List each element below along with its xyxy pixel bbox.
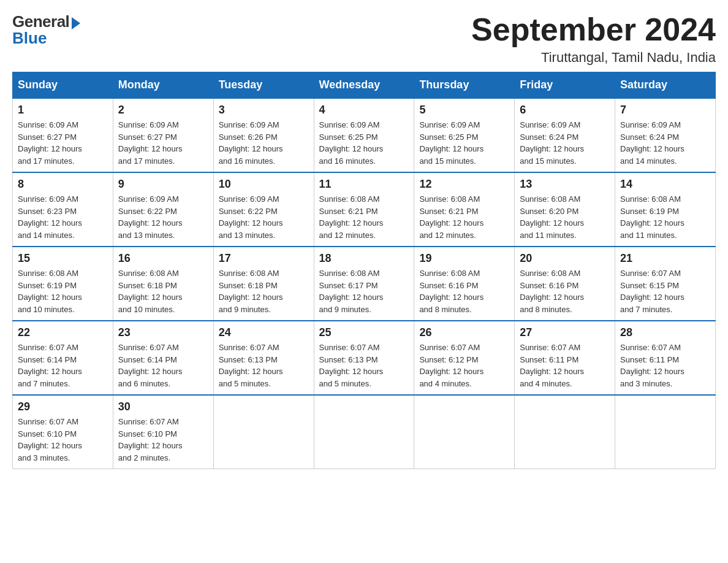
logo-blue-text: Blue [12,29,47,48]
calendar-day-cell [515,395,615,469]
day-number: 26 [419,326,509,339]
calendar-day-cell: 18Sunrise: 6:08 AMSunset: 6:17 PMDayligh… [314,247,414,321]
calendar-day-cell: 15Sunrise: 6:08 AMSunset: 6:19 PMDayligh… [13,247,113,321]
day-info: Sunrise: 6:08 AMSunset: 6:16 PMDaylight:… [419,267,509,315]
day-info: Sunrise: 6:08 AMSunset: 6:21 PMDaylight:… [419,193,509,241]
weekday-header-monday: Monday [113,72,213,99]
day-number: 10 [219,178,309,191]
day-info: Sunrise: 6:09 AMSunset: 6:23 PMDaylight:… [18,193,108,241]
calendar-day-cell: 4Sunrise: 6:09 AMSunset: 6:25 PMDaylight… [314,98,414,172]
day-number: 14 [620,178,710,191]
day-info: Sunrise: 6:07 AMSunset: 6:12 PMDaylight:… [419,342,509,389]
weekday-header-sunday: Sunday [13,72,113,99]
day-number: 21 [620,252,710,265]
day-info: Sunrise: 6:07 AMSunset: 6:15 PMDaylight:… [620,267,710,315]
day-number: 30 [118,400,208,413]
calendar-day-cell [314,395,414,469]
day-info: Sunrise: 6:07 AMSunset: 6:11 PMDaylight:… [620,342,710,389]
day-info: Sunrise: 6:09 AMSunset: 6:22 PMDaylight:… [118,193,208,241]
logo-arrow-icon [72,17,80,29]
day-info: Sunrise: 6:09 AMSunset: 6:27 PMDaylight:… [18,119,108,167]
day-info: Sunrise: 6:09 AMSunset: 6:27 PMDaylight:… [118,119,208,167]
calendar-day-cell: 12Sunrise: 6:08 AMSunset: 6:21 PMDayligh… [414,172,515,247]
day-info: Sunrise: 6:08 AMSunset: 6:21 PMDaylight:… [319,193,409,241]
calendar-day-cell: 22Sunrise: 6:07 AMSunset: 6:14 PMDayligh… [13,321,113,395]
day-number: 4 [319,104,409,117]
day-number: 15 [18,252,108,265]
day-number: 13 [520,178,610,191]
day-info: Sunrise: 6:07 AMSunset: 6:10 PMDaylight:… [118,416,208,464]
day-info: Sunrise: 6:08 AMSunset: 6:20 PMDaylight:… [520,193,610,241]
day-info: Sunrise: 6:09 AMSunset: 6:25 PMDaylight:… [319,119,409,167]
day-number: 1 [18,104,108,117]
day-info: Sunrise: 6:09 AMSunset: 6:22 PMDaylight:… [219,193,309,241]
day-info: Sunrise: 6:07 AMSunset: 6:13 PMDaylight:… [219,342,309,389]
weekday-header-thursday: Thursday [414,72,515,99]
calendar-day-cell: 13Sunrise: 6:08 AMSunset: 6:20 PMDayligh… [515,172,615,247]
day-number: 11 [319,178,409,191]
day-info: Sunrise: 6:08 AMSunset: 6:18 PMDaylight:… [219,267,309,315]
calendar-day-cell: 17Sunrise: 6:08 AMSunset: 6:18 PMDayligh… [213,247,314,321]
calendar-day-cell: 11Sunrise: 6:08 AMSunset: 6:21 PMDayligh… [314,172,414,247]
day-number: 18 [319,252,409,265]
day-number: 16 [118,252,208,265]
day-info: Sunrise: 6:09 AMSunset: 6:25 PMDaylight:… [419,119,509,167]
day-info: Sunrise: 6:08 AMSunset: 6:17 PMDaylight:… [319,267,409,315]
day-number: 17 [219,252,309,265]
calendar-day-cell: 19Sunrise: 6:08 AMSunset: 6:16 PMDayligh… [414,247,515,321]
calendar-day-cell: 29Sunrise: 6:07 AMSunset: 6:10 PMDayligh… [13,395,113,469]
calendar-day-cell: 9Sunrise: 6:09 AMSunset: 6:22 PMDaylight… [113,172,213,247]
day-info: Sunrise: 6:08 AMSunset: 6:16 PMDaylight:… [520,267,610,315]
day-info: Sunrise: 6:09 AMSunset: 6:26 PMDaylight:… [219,119,309,167]
title-block: September 2024 Tiruttangal, Tamil Nadu, … [471,12,716,66]
calendar-day-cell: 28Sunrise: 6:07 AMSunset: 6:11 PMDayligh… [615,321,716,395]
day-info: Sunrise: 6:07 AMSunset: 6:10 PMDaylight:… [18,416,108,464]
calendar-day-cell: 27Sunrise: 6:07 AMSunset: 6:11 PMDayligh… [515,321,615,395]
day-number: 2 [118,104,208,117]
day-number: 8 [18,178,108,191]
calendar-week-row: 1Sunrise: 6:09 AMSunset: 6:27 PMDaylight… [13,98,716,172]
day-info: Sunrise: 6:08 AMSunset: 6:19 PMDaylight:… [18,267,108,315]
day-number: 23 [118,326,208,339]
weekday-header-saturday: Saturday [615,72,716,99]
calendar-header: SundayMondayTuesdayWednesdayThursdayFrid… [13,72,716,99]
day-info: Sunrise: 6:09 AMSunset: 6:24 PMDaylight:… [620,119,710,167]
calendar-body: 1Sunrise: 6:09 AMSunset: 6:27 PMDaylight… [13,98,716,469]
day-number: 9 [118,178,208,191]
calendar-day-cell: 26Sunrise: 6:07 AMSunset: 6:12 PMDayligh… [414,321,515,395]
calendar-day-cell: 5Sunrise: 6:09 AMSunset: 6:25 PMDaylight… [414,98,515,172]
day-number: 25 [319,326,409,339]
calendar-week-row: 29Sunrise: 6:07 AMSunset: 6:10 PMDayligh… [13,395,716,469]
weekday-row: SundayMondayTuesdayWednesdayThursdayFrid… [13,72,716,99]
weekday-header-wednesday: Wednesday [314,72,414,99]
calendar-day-cell: 6Sunrise: 6:09 AMSunset: 6:24 PMDaylight… [515,98,615,172]
day-number: 27 [520,326,610,339]
calendar-day-cell: 30Sunrise: 6:07 AMSunset: 6:10 PMDayligh… [113,395,213,469]
weekday-header-friday: Friday [515,72,615,99]
day-number: 3 [219,104,309,117]
day-number: 7 [620,104,710,117]
calendar-day-cell: 1Sunrise: 6:09 AMSunset: 6:27 PMDaylight… [13,98,113,172]
calendar-day-cell: 21Sunrise: 6:07 AMSunset: 6:15 PMDayligh… [615,247,716,321]
calendar-day-cell [213,395,314,469]
calendar-title: September 2024 [471,12,716,47]
calendar-table: SundayMondayTuesdayWednesdayThursdayFrid… [12,72,716,469]
calendar-day-cell: 16Sunrise: 6:08 AMSunset: 6:18 PMDayligh… [113,247,213,321]
day-number: 12 [419,178,509,191]
day-number: 5 [419,104,509,117]
logo: General Blue [12,12,80,48]
day-info: Sunrise: 6:08 AMSunset: 6:18 PMDaylight:… [118,267,208,315]
page-header: General Blue September 2024 Tiruttangal,… [12,12,716,66]
day-number: 19 [419,252,509,265]
day-number: 28 [620,326,710,339]
day-info: Sunrise: 6:07 AMSunset: 6:14 PMDaylight:… [118,342,208,389]
calendar-day-cell: 10Sunrise: 6:09 AMSunset: 6:22 PMDayligh… [213,172,314,247]
calendar-day-cell: 23Sunrise: 6:07 AMSunset: 6:14 PMDayligh… [113,321,213,395]
weekday-header-tuesday: Tuesday [213,72,314,99]
day-number: 20 [520,252,610,265]
calendar-week-row: 8Sunrise: 6:09 AMSunset: 6:23 PMDaylight… [13,172,716,247]
calendar-day-cell: 7Sunrise: 6:09 AMSunset: 6:24 PMDaylight… [615,98,716,172]
calendar-week-row: 22Sunrise: 6:07 AMSunset: 6:14 PMDayligh… [13,321,716,395]
day-info: Sunrise: 6:08 AMSunset: 6:19 PMDaylight:… [620,193,710,241]
calendar-day-cell: 14Sunrise: 6:08 AMSunset: 6:19 PMDayligh… [615,172,716,247]
